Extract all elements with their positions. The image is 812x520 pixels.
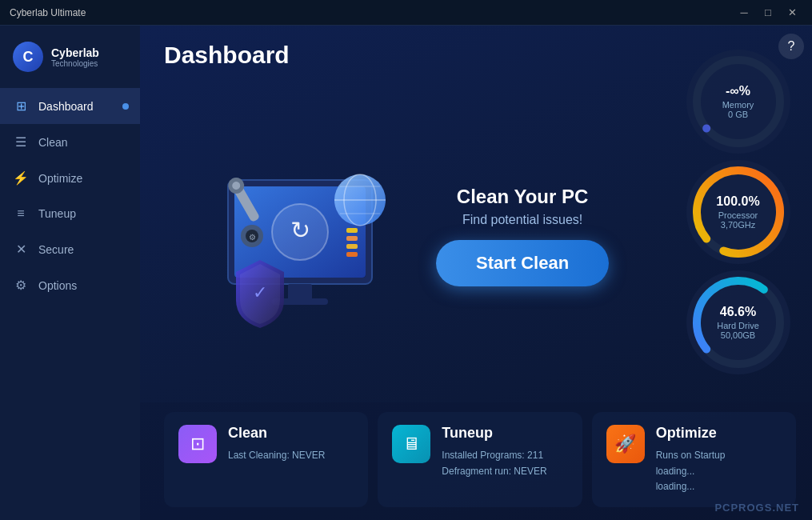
svg-rect-20	[346, 236, 358, 241]
window-controls: ─ □ ✕	[734, 5, 802, 21]
watermark: PCPROGS.NET	[714, 502, 799, 514]
clean-card-icon: ⊡	[178, 425, 217, 463]
card-clean[interactable]: ⊡ Clean Last Cleaning: NEVER	[164, 412, 368, 507]
dashboard-icon: ⊞	[13, 98, 29, 114]
cta-title: Clean Your PC	[457, 186, 588, 208]
logo-icon: C	[13, 42, 43, 72]
sidebar-label-clean: Clean	[38, 136, 68, 149]
processor-value: 3,70GHz	[721, 220, 755, 230]
memory-value: 0 GB	[728, 110, 748, 119]
sidebar: C Cyberlab Technologies ⊞ Dashboard ☰ Cl…	[0, 26, 140, 520]
page-title: Dashboard	[164, 42, 664, 69]
sidebar-item-clean[interactable]: ☰ Clean	[0, 124, 140, 160]
tuneup-icon: ≡	[13, 206, 29, 221]
hero-illustration: ↻	[164, 132, 420, 340]
maximize-button[interactable]: □	[758, 5, 778, 21]
clean-card-info: Last Cleaning: NEVER	[228, 448, 354, 463]
sidebar-item-secure[interactable]: ✕ Secure	[0, 231, 140, 267]
card-tuneup[interactable]: 🖥 Tuneup Installed Programs: 211 Defragm…	[378, 412, 582, 507]
logo-name: Cyberlab	[51, 46, 99, 59]
secure-icon: ✕	[13, 242, 29, 257]
optimize-icon: ⚡	[13, 170, 29, 186]
gauges-panel: -∞% Memory 0 GB	[680, 42, 796, 394]
tuneup-card-info: Installed Programs: 211 Defragment run: …	[442, 448, 567, 478]
bottom-cards: ⊡ Clean Last Cleaning: NEVER 🖥 Tuneup	[140, 402, 812, 520]
svg-text:⚙: ⚙	[249, 233, 256, 242]
optimize-card-info: Runs on Startup loading... loading...	[656, 448, 782, 494]
svg-rect-19	[346, 228, 358, 233]
memory-gauge: -∞% Memory 0 GB	[686, 50, 790, 154]
sidebar-item-tuneup[interactable]: ≡ Tuneup	[0, 196, 140, 231]
processor-label: Processor	[718, 210, 758, 220]
clean-card-title: Clean	[228, 425, 354, 442]
memory-percent: -∞%	[726, 84, 750, 98]
sidebar-label-dashboard: Dashboard	[38, 100, 94, 113]
main-content: ? Dashboard	[140, 26, 812, 520]
start-clean-button[interactable]: Start Clean	[436, 240, 609, 286]
svg-rect-22	[346, 252, 358, 257]
svg-rect-21	[346, 244, 358, 249]
app-title: Cyberlab Ultimate	[10, 7, 734, 18]
logo-sub: Technologies	[51, 59, 99, 68]
sidebar-item-options[interactable]: ⚙ Options	[0, 267, 140, 303]
sidebar-item-optimize[interactable]: ⚡ Optimize	[0, 160, 140, 196]
memory-label: Memory	[722, 100, 754, 110]
tuneup-card-icon: 🖥	[392, 425, 430, 463]
svg-text:↻: ↻	[290, 217, 310, 243]
titlebar: Cyberlab Ultimate ─ □ ✕	[0, 0, 812, 26]
processor-percent: 100.0%	[716, 194, 759, 209]
minimize-button[interactable]: ─	[734, 5, 754, 21]
sidebar-label-optimize: Optimize	[38, 172, 82, 185]
sidebar-label-secure: Secure	[38, 243, 74, 256]
tuneup-card-title: Tuneup	[442, 425, 567, 442]
sidebar-logo: C Cyberlab Technologies	[0, 34, 140, 88]
harddrive-percent: 46.6%	[720, 305, 756, 319]
cta-section: Clean Your PC Find potential issues! Sta…	[436, 186, 609, 286]
harddrive-gauge: 46.6% Hard Drive 50,00GB	[686, 270, 790, 374]
close-button[interactable]: ✕	[782, 5, 802, 21]
harddrive-value: 50,00GB	[721, 330, 755, 340]
harddrive-label: Hard Drive	[717, 321, 759, 330]
sidebar-label-options: Options	[38, 279, 77, 292]
cta-subtitle: Find potential issues!	[462, 213, 582, 227]
top-section: Dashboard	[140, 26, 812, 402]
dashboard-area: Dashboard	[164, 42, 664, 394]
processor-gauge: 100.0% Processor 3,70GHz	[686, 160, 790, 264]
optimize-card-icon: 🚀	[606, 425, 645, 463]
app-container: C Cyberlab Technologies ⊞ Dashboard ☰ Cl…	[0, 26, 812, 520]
svg-text:✓: ✓	[253, 282, 267, 302]
optimize-card-title: Optimize	[656, 425, 782, 442]
options-icon: ⚙	[13, 278, 29, 293]
svg-rect-5	[288, 284, 312, 300]
clean-icon: ☰	[13, 134, 29, 150]
card-optimize[interactable]: 🚀 Optimize Runs on Startup loading... lo…	[592, 412, 796, 507]
sidebar-label-tuneup: Tuneup	[38, 207, 76, 220]
hero-section: ↻	[164, 77, 664, 394]
sidebar-item-dashboard[interactable]: ⊞ Dashboard	[0, 88, 140, 124]
